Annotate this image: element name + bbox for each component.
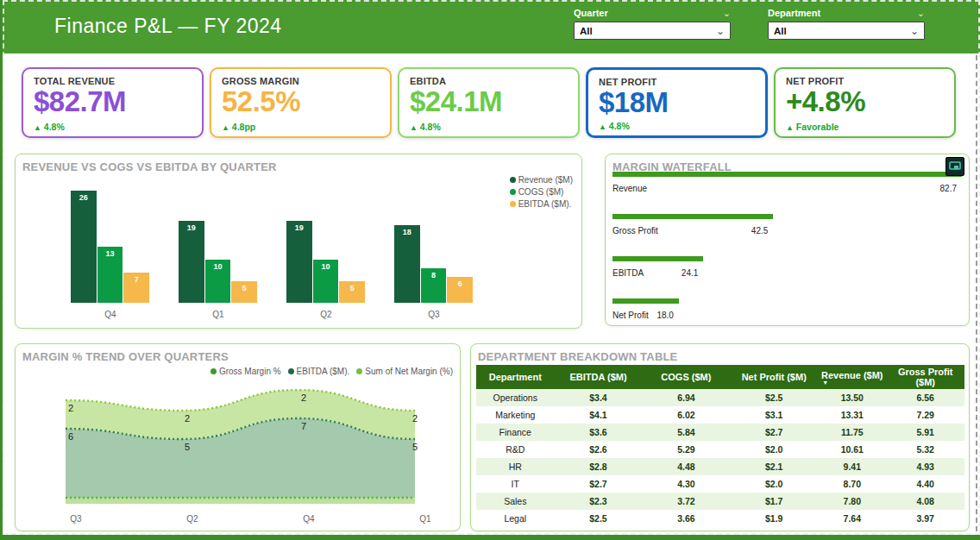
table-cell: $3.1: [730, 406, 818, 424]
waterfall-value: 42.5: [751, 226, 768, 235]
waterfall-label: Net Profit: [612, 311, 649, 320]
bar[interactable]: 5: [339, 281, 365, 303]
waterfall-bar[interactable]: [612, 256, 703, 261]
table-header-cell[interactable]: EBITDA ($M): [555, 365, 643, 389]
table-header-label: Gross Profit ($M): [898, 367, 953, 387]
department-dropdown[interactable]: All ⌄: [768, 22, 925, 40]
kpi-card: EBITDA$24.1M▲ 4.8%: [398, 67, 580, 138]
waterfall-label-row: Revenue82.7: [612, 184, 962, 198]
bar[interactable]: 10: [313, 260, 339, 303]
bar-value-label: 19: [179, 223, 204, 232]
table-cell: $2.5: [730, 389, 818, 406]
table-row[interactable]: IT$2.74.30$2.08.704.40: [476, 475, 964, 493]
kpi-delta: ▲ 4.8pp: [222, 122, 255, 132]
table-row[interactable]: R&D$2.65.29$2.010.615.32: [476, 441, 964, 458]
table-header-cell[interactable]: Department: [476, 365, 555, 389]
bar-value-label: 18: [394, 228, 420, 236]
table-cell: 3.97: [886, 510, 964, 527]
x-axis-label: Q4: [71, 310, 150, 319]
legend-item[interactable]: EBITDA ($M).: [288, 367, 350, 376]
table-cell: $4.1: [555, 406, 643, 424]
bar-group: 26137: [71, 191, 150, 303]
legend-label: Gross Margin %: [219, 367, 281, 376]
data-label: 5: [185, 442, 190, 452]
table-header-cell[interactable]: Net Profit ($M): [730, 365, 818, 389]
table-cell: Marketing: [476, 406, 555, 424]
table-header-cell[interactable]: Gross Profit ($M): [886, 365, 964, 389]
waterfall-label-row: EBITDA24.1: [612, 268, 962, 282]
table-header-cell[interactable]: COGS ($M): [642, 365, 730, 389]
table-header-cell[interactable]: Revenue ($M)▼: [818, 365, 886, 389]
bar[interactable]: 18: [394, 225, 420, 303]
legend-item[interactable]: Sum of Net Margin (%): [356, 367, 453, 376]
area-chart-title: MARGIN % TREND OVER QUARTERS: [22, 350, 229, 363]
table-header-label: Net Profit ($M): [742, 372, 807, 382]
bar[interactable]: 7: [123, 273, 149, 303]
triangle-up-icon: ▲: [599, 122, 606, 131]
table-cell: 4.93: [886, 458, 964, 475]
chevron-down-icon: ⌄: [716, 25, 725, 37]
table-cell: 11.75: [818, 424, 886, 441]
waterfall-bar[interactable]: [612, 172, 962, 177]
kpi-delta: ▲ Favorable: [786, 122, 839, 132]
table-cell: 7.80: [818, 493, 886, 510]
table-row[interactable]: Finance$3.65.84$2.711.755.91: [476, 424, 964, 441]
bar-group: 19105: [286, 221, 366, 303]
area-chart-plot[interactable]: 22226575: [59, 389, 421, 516]
department-dropdown-value: All: [774, 26, 787, 36]
table-cell: 6.56: [886, 389, 964, 406]
table-row[interactable]: Sales$2.33.72$1.77.804.08: [476, 493, 964, 510]
bar[interactable]: 19: [179, 221, 204, 303]
quarter-slicer-label: Quarter: [574, 8, 608, 18]
table-cell: $3.6: [555, 424, 643, 441]
bar[interactable]: 10: [205, 260, 231, 303]
waterfall-plot: Revenue82.7Gross Profit42.5EBITDA24.1Net…: [612, 170, 962, 339]
triangle-up-icon: ▲: [222, 123, 229, 132]
bar[interactable]: 13: [97, 247, 123, 303]
data-label: 7: [301, 421, 306, 431]
bar[interactable]: 6: [447, 277, 473, 303]
bar-group: 1886: [394, 225, 474, 303]
table-header-label: EBITDA ($M): [569, 372, 626, 382]
waterfall-row: Revenue82.7: [612, 172, 962, 212]
bar[interactable]: 26: [71, 191, 97, 303]
waterfall-bar[interactable]: [612, 298, 679, 304]
bar-group: 19105: [179, 221, 258, 303]
x-axis-label: Q2: [175, 514, 210, 524]
x-axis-label: Q4: [292, 514, 326, 524]
legend-dot-icon: [356, 368, 362, 374]
waterfall-row: Net Profit18.0: [612, 298, 962, 339]
table-cell: HR: [476, 458, 555, 475]
kpi-delta: ▲ 4.8%: [34, 122, 65, 132]
table-row[interactable]: HR$2.84.48$2.19.414.93: [476, 458, 964, 475]
kpi-value: $18M: [599, 87, 755, 118]
table-cell: 7.29: [886, 406, 964, 424]
table-cell: 3.72: [642, 493, 730, 510]
canvas-edge-dashed-line: [976, 55, 977, 531]
table-row[interactable]: Marketing$4.16.02$3.113.317.29: [476, 406, 964, 424]
table-title: DEPARTMENT BREAKDOWN TABLE: [478, 350, 677, 363]
table-row[interactable]: Operations$3.46.94$2.513.506.56: [476, 389, 964, 406]
waterfall-value: 18.0: [656, 311, 673, 320]
bar[interactable]: 5: [231, 281, 257, 303]
table-cell: 4.30: [642, 475, 730, 493]
area-chart-legend: Gross Margin %EBITDA ($M).Sum of Net Mar…: [210, 367, 453, 376]
legend-item[interactable]: Gross Margin %: [210, 367, 281, 376]
table-cell: $1.9: [730, 510, 818, 527]
comment-visual-icon[interactable]: [945, 157, 964, 176]
bar[interactable]: 8: [421, 268, 447, 303]
bar-chart-card: REVENUE VS COGS VS EBITDA BY QUARTER Rev…: [15, 154, 582, 329]
table-row[interactable]: Legal$2.53.66$1.97.643.97: [476, 510, 964, 527]
triangle-up-icon: ▲: [786, 123, 794, 132]
chevron-down-icon[interactable]: ⌄: [723, 9, 731, 16]
quarter-dropdown[interactable]: All ⌄: [574, 22, 731, 40]
table-cell: $3.4: [555, 389, 643, 406]
table-cell: 10.61: [818, 441, 886, 458]
waterfall-bar[interactable]: [612, 214, 773, 219]
bar-value-label: 5: [339, 284, 365, 292]
bar[interactable]: 19: [286, 221, 312, 303]
chevron-down-icon: ⌄: [910, 25, 919, 37]
data-label: 2: [301, 392, 306, 403]
table-cell: $2.5: [555, 510, 643, 527]
chevron-down-icon[interactable]: ⌄: [917, 9, 925, 16]
